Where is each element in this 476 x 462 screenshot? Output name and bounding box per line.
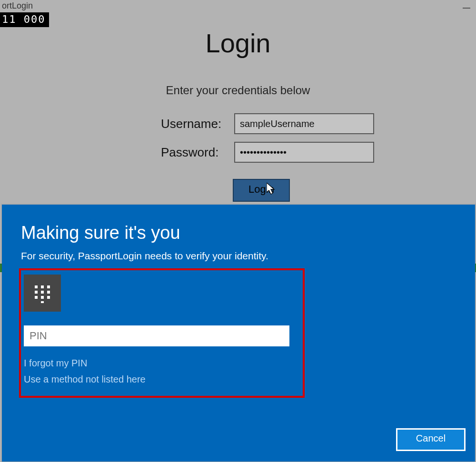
svg-rect-4 xyxy=(35,291,38,294)
page-subtitle: Enter your credentials below xyxy=(0,84,476,97)
svg-rect-9 xyxy=(47,296,50,299)
dialog-subtitle: For security, PassportLogin needs to ver… xyxy=(21,250,268,262)
background-window: ortLogin 11 000 Login Enter your credent… xyxy=(0,0,476,462)
password-input[interactable] xyxy=(234,142,374,163)
window-title: ortLogin xyxy=(0,0,35,12)
keypad-icon xyxy=(32,283,53,304)
forgot-pin-link[interactable]: I forgot my PIN xyxy=(24,358,87,369)
minimize-icon[interactable] xyxy=(463,8,470,9)
windows-hello-dialog: Making sure it's you For security, Passp… xyxy=(2,205,475,462)
login-button[interactable]: Login xyxy=(233,179,290,202)
page-title: Login xyxy=(0,28,476,59)
username-input[interactable] xyxy=(234,113,374,134)
other-method-link[interactable]: Use a method not listed here xyxy=(24,374,146,385)
svg-rect-3 xyxy=(47,285,50,288)
cancel-button[interactable]: Cancel xyxy=(396,428,466,451)
svg-rect-2 xyxy=(41,285,44,288)
svg-rect-8 xyxy=(41,296,44,299)
svg-rect-10 xyxy=(41,301,44,303)
pin-input[interactable] xyxy=(24,325,289,346)
svg-rect-5 xyxy=(41,291,44,294)
pin-method-tile[interactable] xyxy=(24,275,61,312)
svg-rect-7 xyxy=(35,296,38,299)
dialog-title: Making sure it's you xyxy=(21,223,180,243)
password-row: Password: xyxy=(161,142,374,163)
username-row: Username: xyxy=(161,113,374,134)
svg-rect-1 xyxy=(35,285,38,288)
password-label: Password: xyxy=(161,145,224,160)
username-label: Username: xyxy=(161,117,224,131)
svg-rect-6 xyxy=(47,291,50,294)
debug-counter: 11 000 xyxy=(0,12,49,27)
